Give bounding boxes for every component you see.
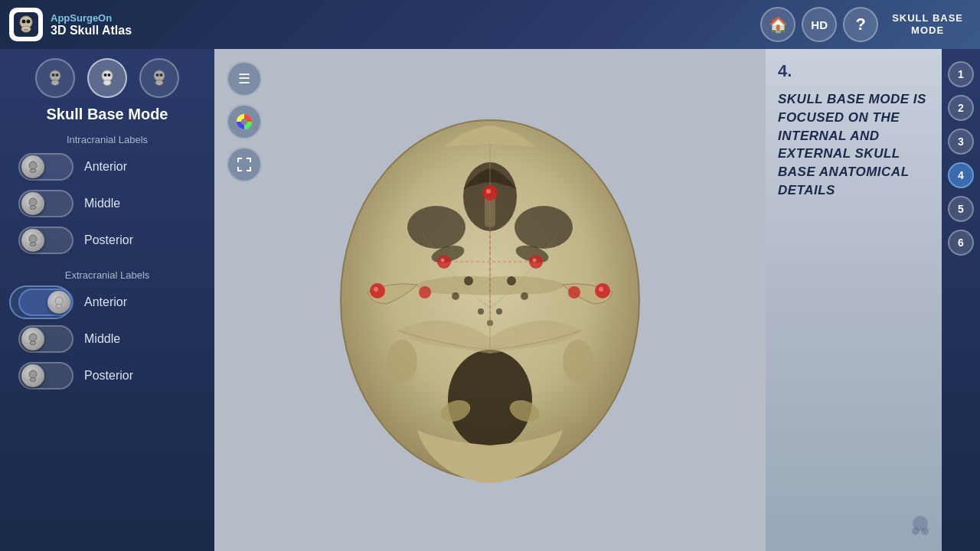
toggle-knob [21,328,44,350]
toggle-intracranial-anterior[interactable] [18,153,74,181]
svg-point-12 [104,73,107,77]
svg-point-11 [103,80,111,86]
nav-step-1[interactable]: 1 [948,61,974,87]
svg-point-14 [154,70,165,81]
toggle-knob [47,291,70,314]
toggle-intracranial-middle[interactable] [18,190,74,217]
svg-point-55 [441,259,445,262]
toggle-label-intracranial-middle: Middle [84,197,120,210]
svg-point-8 [52,73,55,77]
svg-point-18 [29,161,37,169]
svg-point-44 [521,292,528,300]
nav-step-5[interactable]: 5 [948,196,974,222]
app-title: AppSurgeOn 3D Skull Atlas [51,12,132,37]
svg-point-24 [55,297,63,305]
skull-display [291,78,689,522]
svg-point-25 [56,305,62,308]
svg-point-41 [464,276,473,285]
color-picker-button[interactable] [227,104,262,139]
svg-point-46 [496,308,502,315]
svg-point-45 [478,308,484,315]
svg-point-27 [30,341,36,345]
svg-point-38 [448,350,532,449]
svg-rect-5 [24,29,28,31]
extracranial-label: Extracranial Labels [12,269,202,281]
help-button[interactable]: ? [843,7,878,42]
svg-point-56 [419,286,431,298]
center-viewer: ☰ [214,49,766,551]
expand-button[interactable] [227,147,262,182]
home-button[interactable]: 🏠 [760,7,795,42]
nav-step-6[interactable]: 6 [948,230,974,256]
toggle-knob [21,192,44,215]
skull-base-mode-label: SKULL BASEMODE [884,9,971,39]
toggle-row-intracranial-posterior: Posterior [12,227,202,254]
svg-point-35 [407,206,466,249]
svg-point-16 [156,73,159,77]
mode-icon-3[interactable] [139,58,179,98]
svg-point-32 [241,119,247,125]
app-title-line2: 3D Skull Atlas [51,24,132,37]
main-content: Skull Base Mode Intracranial Labels Ante… [0,49,980,551]
udemy-logo [905,510,936,542]
svg-point-3 [22,20,26,24]
svg-point-68 [921,527,929,535]
svg-point-61 [374,287,378,292]
toggle-extracranial-posterior[interactable] [18,362,74,390]
svg-point-15 [155,80,163,86]
viewer-toolbar: ☰ [227,61,262,182]
step-number: 4. [778,61,929,81]
right-side-nav: 1 2 3 4 5 6 [942,49,980,551]
svg-point-29 [30,378,36,382]
svg-point-26 [29,334,37,341]
toggle-row-intracranial-anterior: Anterior [12,153,202,181]
mode-icon-1[interactable] [35,58,75,98]
svg-point-48 [387,340,417,383]
toggle-extracranial-anterior[interactable] [18,289,74,316]
top-right-controls: 🏠 HD ? SKULL BASEMODE [760,7,971,42]
svg-point-9 [56,73,59,77]
top-bar: AppSurgeOn 3D Skull Atlas 🏠 HD ? SKULL B… [0,0,980,49]
nav-step-4[interactable]: 4 [948,162,974,188]
svg-point-6 [50,70,60,81]
toggle-label-extracranial-middle: Middle [84,332,120,346]
toggle-row-extracranial-anterior: Anterior [12,289,202,316]
left-title: Skull Base Mode [47,106,168,123]
svg-point-59 [568,286,580,298]
svg-point-49 [563,340,593,383]
app-logo: AppSurgeOn 3D Skull Atlas [9,8,132,41]
svg-point-10 [102,70,113,81]
svg-point-21 [30,206,36,210]
svg-point-22 [29,235,37,243]
nav-step-2[interactable]: 2 [948,95,974,121]
svg-point-17 [160,73,163,77]
svg-point-13 [108,73,111,77]
toggle-row-extracranial-posterior: Posterior [12,362,202,390]
svg-point-36 [514,206,573,249]
app-title-line1: AppSurgeOn [51,12,132,24]
menu-button[interactable]: ☰ [227,61,262,96]
intracranial-label: Intracranial Labels [12,134,202,145]
nav-step-3[interactable]: 3 [948,129,974,155]
step-description: SKULL BASE MODE IS FOCUSED ON THE INTERN… [778,90,929,200]
app-logo-icon [9,8,43,41]
right-panel: 4. SKULL BASE MODE IS FOCUSED ON THE INT… [766,49,942,551]
svg-point-28 [29,370,37,378]
toggle-intracranial-posterior[interactable] [18,227,74,254]
toggle-knob [21,229,44,252]
toggle-knob [21,155,44,178]
svg-point-19 [30,169,36,173]
toggle-label-extracranial-posterior: Posterior [84,369,133,383]
svg-point-67 [912,527,920,535]
toggle-row-extracranial-middle: Middle [12,325,202,353]
toggle-label-extracranial-anterior: Anterior [84,295,127,309]
toggle-knob [21,364,44,387]
hd-button[interactable]: HD [802,7,837,42]
svg-point-23 [30,243,36,246]
toggle-label-intracranial-posterior: Posterior [84,233,133,247]
svg-point-63 [599,287,603,292]
mode-icons [35,58,179,98]
toggle-extracranial-middle[interactable] [18,325,74,353]
svg-point-43 [452,292,459,300]
mode-icon-2[interactable] [87,58,127,98]
